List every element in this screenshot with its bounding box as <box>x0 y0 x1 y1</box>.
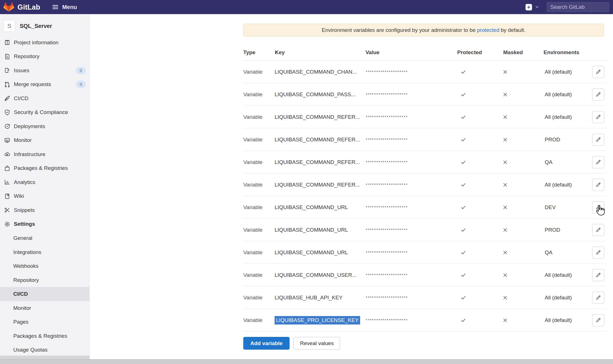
table-row: Variable LIQUIBASE_COMMAND_PASS... *****… <box>243 83 607 106</box>
top-navbar: GitLab Menu <box>0 0 613 14</box>
sidebar-subitem-ci-cd-active[interactable]: CI/CD <box>0 287 90 301</box>
sidebar-subitem-monitor[interactable]: Monitor <box>0 301 90 315</box>
row-key: LIQUIBASE_COMMAND_URL <box>275 227 348 233</box>
row-environment: PROD <box>545 227 560 233</box>
menu-toggle[interactable]: Menu <box>52 4 77 10</box>
protected-check-icon <box>461 250 466 255</box>
gitlab-brand[interactable]: GitLab <box>3 2 40 12</box>
row-type: Variable <box>243 227 262 233</box>
protected-check-icon <box>461 272 466 278</box>
edit-variable-button[interactable] <box>592 66 604 78</box>
pencil-icon <box>596 182 601 188</box>
row-environment: All (default) <box>545 91 572 98</box>
menu-label: Menu <box>62 4 77 10</box>
masked-x-icon <box>503 318 508 323</box>
search-input[interactable] <box>547 2 609 12</box>
issues-icon <box>4 67 10 74</box>
sidebar-subitem-webhooks[interactable]: Webhooks <box>0 259 90 273</box>
edit-variable-button[interactable] <box>592 314 604 326</box>
protected-variables-banner: Environment variables are configured by … <box>243 24 604 36</box>
navbar-right-group <box>526 2 609 12</box>
edit-variable-button[interactable] <box>592 246 604 258</box>
row-key: LIQUIBASE_COMMAND_REFER... <box>275 159 360 165</box>
row-environment: DEV <box>545 204 556 210</box>
sidebar-item-label: Monitor <box>14 137 32 143</box>
row-environment: All (default) <box>545 295 572 301</box>
wiki-icon <box>4 193 10 199</box>
new-menu-button[interactable] <box>526 4 532 10</box>
sidebar-item-settings[interactable]: Settings <box>0 217 90 231</box>
sidebar-subitem-repository[interactable]: Repository <box>0 273 90 287</box>
row-key: LIQUIBASE_COMMAND_USER... <box>275 272 356 278</box>
sidebar-item-analytics[interactable]: Analytics <box>0 175 90 189</box>
edit-variable-button[interactable] <box>592 179 604 191</box>
row-value-masked: ******************** <box>366 115 408 119</box>
gitlab-cicd-variables-page: GitLab Menu S SQL_Server Project informa… <box>0 0 613 364</box>
pencil-icon <box>596 205 601 210</box>
table-row: Variable LIQUIBASE_COMMAND_REFER... ****… <box>243 106 607 128</box>
sidebar-item-snippets[interactable]: Snippets <box>0 203 90 217</box>
bottom-edge-strip <box>0 359 613 364</box>
sidebar-subitem-packages-registries[interactable]: Packages & Registries <box>0 329 90 343</box>
protected-check-icon <box>461 317 466 323</box>
merge-requests-count-badge: 0 <box>76 81 86 88</box>
row-key: LIQUIBASE_HUB_API_KEY <box>275 295 343 301</box>
sidebar-item-issues[interactable]: Issues 0 <box>0 63 90 78</box>
variables-table-header: Type ↑ Key Value Protected Masked Enviro… <box>243 45 607 61</box>
table-row: Variable LIQUIBASE_COMMAND_CHAN... *****… <box>243 61 607 83</box>
sidebar-item-repository[interactable]: Repository <box>0 50 90 64</box>
header-protected: Protected <box>457 49 482 56</box>
sidebar-item-deployments[interactable]: Deployments <box>0 119 90 133</box>
row-environment: PROD <box>545 137 560 143</box>
banner-text-after: by default. <box>501 27 526 33</box>
project-avatar: S <box>3 20 15 32</box>
protected-check-icon <box>461 69 466 74</box>
edit-variable-button[interactable] <box>592 133 604 146</box>
row-key: LIQUIBASE_COMMAND_URL <box>275 204 348 210</box>
sidebar-item-label: Infrastructure <box>14 151 45 157</box>
sidebar-item-wiki[interactable]: Wiki <box>0 189 90 203</box>
table-row: Variable LIQUIBASE_COMMAND_URL *********… <box>243 196 607 219</box>
masked-x-icon <box>503 182 508 187</box>
sidebar-subitem-general[interactable]: General <box>0 231 90 245</box>
row-type: Variable <box>243 249 262 256</box>
pencil-icon <box>596 159 601 165</box>
edit-variable-button[interactable] <box>592 291 604 304</box>
edit-variable-button-hovered[interactable] <box>592 201 604 213</box>
monitor-icon <box>4 137 10 144</box>
chevron-down-icon[interactable] <box>535 5 539 9</box>
reveal-values-button[interactable]: Reveal values <box>294 337 340 350</box>
sidebar-item-label: Analytics <box>14 179 35 185</box>
row-value-masked: ******************** <box>366 250 408 255</box>
add-variable-button[interactable]: Add variable <box>243 337 290 350</box>
gear-icon <box>4 221 10 227</box>
sidebar-item-project-information[interactable]: Project information <box>0 36 90 50</box>
edit-variable-button[interactable] <box>592 269 604 281</box>
edit-variable-button[interactable] <box>592 224 604 236</box>
deployments-icon <box>4 123 10 130</box>
sidebar-item-label: Issues <box>14 67 29 74</box>
sidebar-item-label: Wiki <box>14 193 24 199</box>
row-environment: All (default) <box>545 272 572 278</box>
sidebar-subitem-usage-quotas[interactable]: Usage Quotas <box>0 343 90 357</box>
project-header[interactable]: S SQL_Server <box>0 18 90 34</box>
row-type: Variable <box>243 204 262 210</box>
protected-link[interactable]: protected <box>477 27 499 33</box>
sidebar-item-ci-cd[interactable]: CI/CD <box>0 91 90 106</box>
sidebar-item-packages-registries[interactable]: Packages & Registries <box>0 161 90 176</box>
sidebar-subitem-pages[interactable]: Pages <box>0 315 90 329</box>
project-information-icon <box>4 39 10 46</box>
sidebar-item-security-compliance[interactable]: Security & Compliance <box>0 106 90 120</box>
edit-variable-button[interactable] <box>592 88 604 100</box>
sidebar-item-monitor[interactable]: Monitor <box>0 133 90 148</box>
edit-variable-button[interactable] <box>592 111 604 123</box>
sidebar-item-merge-requests[interactable]: Merge requests 0 <box>0 78 90 92</box>
sidebar-subitem-integrations[interactable]: Integrations <box>0 245 90 259</box>
row-value-masked: ******************** <box>366 137 408 142</box>
table-row: Variable LIQUIBASE_PRO_LICENSE_KEY *****… <box>243 309 607 332</box>
pencil-icon <box>596 250 601 255</box>
row-environment: All (default) <box>545 182 572 188</box>
sidebar-item-infrastructure[interactable]: Infrastructure <box>0 147 90 161</box>
edit-variable-button[interactable] <box>592 156 604 168</box>
row-key: LIQUIBASE_COMMAND_REFER... <box>275 137 360 143</box>
